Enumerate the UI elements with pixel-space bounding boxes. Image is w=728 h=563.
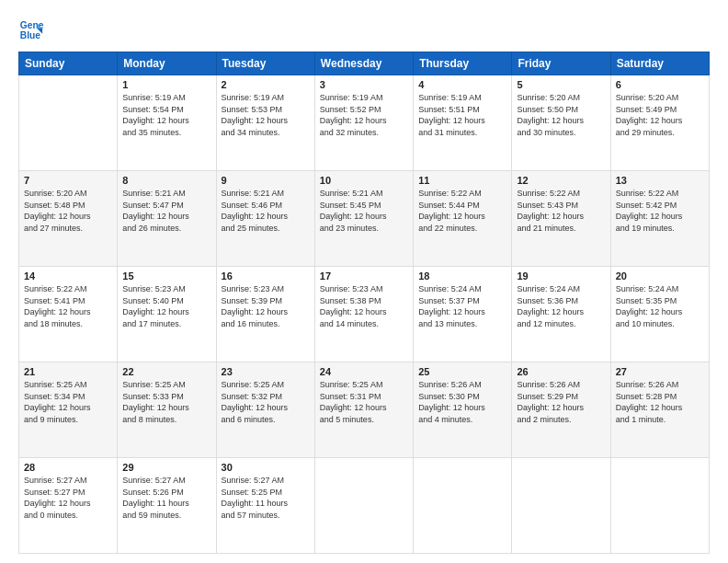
header-wednesday: Wednesday [314, 52, 413, 75]
day-number: 7 [24, 175, 112, 186]
day-number: 29 [122, 462, 210, 473]
calendar-cell [19, 75, 118, 171]
header-sunday: Sunday [19, 52, 118, 75]
calendar-cell: 29Sunrise: 5:27 AM Sunset: 5:26 PM Dayli… [118, 458, 216, 554]
calendar-cell: 22Sunrise: 5:25 AM Sunset: 5:33 PM Dayli… [118, 362, 216, 458]
cell-details: Sunrise: 5:23 AM Sunset: 5:40 PM Dayligh… [122, 283, 210, 329]
calendar-cell: 12Sunrise: 5:22 AM Sunset: 5:43 PM Dayli… [512, 171, 610, 267]
calendar-cell: 28Sunrise: 5:27 AM Sunset: 5:27 PM Dayli… [19, 458, 118, 554]
calendar-cell: 7Sunrise: 5:20 AM Sunset: 5:48 PM Daylig… [19, 171, 118, 267]
day-number: 21 [24, 366, 112, 377]
day-number: 5 [517, 79, 605, 90]
cell-details: Sunrise: 5:25 AM Sunset: 5:33 PM Dayligh… [122, 379, 210, 425]
cell-details: Sunrise: 5:24 AM Sunset: 5:37 PM Dayligh… [418, 283, 506, 329]
cell-details: Sunrise: 5:19 AM Sunset: 5:53 PM Dayligh… [222, 92, 310, 138]
calendar-header-row: SundayMondayTuesdayWednesdayThursdayFrid… [19, 52, 710, 75]
calendar-week-5: 28Sunrise: 5:27 AM Sunset: 5:27 PM Dayli… [19, 458, 710, 554]
day-number: 15 [122, 270, 210, 282]
calendar-cell: 23Sunrise: 5:25 AM Sunset: 5:32 PM Dayli… [216, 362, 314, 458]
day-number: 18 [418, 270, 506, 282]
calendar-table: SundayMondayTuesdayWednesdayThursdayFrid… [18, 52, 710, 554]
cell-details: Sunrise: 5:19 AM Sunset: 5:51 PM Dayligh… [418, 92, 506, 138]
day-number: 9 [222, 175, 310, 186]
day-number: 11 [418, 175, 506, 186]
calendar-cell: 21Sunrise: 5:25 AM Sunset: 5:34 PM Dayli… [19, 362, 118, 458]
calendar-cell: 10Sunrise: 5:21 AM Sunset: 5:45 PM Dayli… [314, 171, 413, 267]
calendar-cell: 1Sunrise: 5:19 AM Sunset: 5:54 PM Daylig… [118, 75, 216, 171]
calendar-cell: 27Sunrise: 5:26 AM Sunset: 5:28 PM Dayli… [610, 362, 709, 458]
day-number: 8 [122, 175, 210, 186]
day-number: 26 [517, 366, 605, 377]
calendar-cell: 4Sunrise: 5:19 AM Sunset: 5:51 PM Daylig… [414, 75, 512, 171]
cell-details: Sunrise: 5:22 AM Sunset: 5:44 PM Dayligh… [418, 188, 506, 234]
cell-details: Sunrise: 5:25 AM Sunset: 5:31 PM Dayligh… [320, 379, 408, 425]
cell-details: Sunrise: 5:23 AM Sunset: 5:38 PM Dayligh… [320, 283, 408, 329]
header-tuesday: Tuesday [216, 52, 314, 75]
cell-details: Sunrise: 5:20 AM Sunset: 5:48 PM Dayligh… [24, 188, 112, 234]
calendar-week-1: 1Sunrise: 5:19 AM Sunset: 5:54 PM Daylig… [19, 75, 710, 171]
calendar-cell [512, 458, 610, 554]
day-number: 14 [24, 270, 112, 282]
day-number: 23 [222, 366, 310, 377]
day-number: 12 [517, 175, 605, 186]
page: General Blue SundayMondayTuesdayWednesda… [0, 0, 728, 563]
cell-details: Sunrise: 5:26 AM Sunset: 5:29 PM Dayligh… [517, 379, 605, 425]
svg-text:Blue: Blue [20, 30, 41, 40]
cell-details: Sunrise: 5:21 AM Sunset: 5:46 PM Dayligh… [222, 188, 310, 234]
cell-details: Sunrise: 5:25 AM Sunset: 5:32 PM Dayligh… [222, 379, 310, 425]
cell-details: Sunrise: 5:26 AM Sunset: 5:30 PM Dayligh… [418, 379, 506, 425]
day-number: 25 [418, 366, 506, 377]
calendar-cell: 3Sunrise: 5:19 AM Sunset: 5:52 PM Daylig… [314, 75, 413, 171]
calendar-cell [610, 458, 709, 554]
day-number: 1 [122, 79, 210, 90]
cell-details: Sunrise: 5:20 AM Sunset: 5:49 PM Dayligh… [616, 92, 704, 138]
logo-icon: General Blue [18, 17, 44, 42]
calendar-cell: 15Sunrise: 5:23 AM Sunset: 5:40 PM Dayli… [118, 267, 216, 362]
header-monday: Monday [118, 52, 216, 75]
header-saturday: Saturday [610, 52, 709, 75]
calendar-cell [414, 458, 512, 554]
header: General Blue [18, 17, 710, 42]
calendar-cell: 13Sunrise: 5:22 AM Sunset: 5:42 PM Dayli… [610, 171, 709, 267]
calendar-cell: 16Sunrise: 5:23 AM Sunset: 5:39 PM Dayli… [216, 267, 314, 362]
cell-details: Sunrise: 5:19 AM Sunset: 5:54 PM Dayligh… [122, 92, 210, 138]
cell-details: Sunrise: 5:25 AM Sunset: 5:34 PM Dayligh… [24, 379, 112, 425]
calendar-week-3: 14Sunrise: 5:22 AM Sunset: 5:41 PM Dayli… [19, 267, 710, 362]
cell-details: Sunrise: 5:24 AM Sunset: 5:36 PM Dayligh… [517, 283, 605, 329]
day-number: 28 [24, 462, 112, 473]
calendar-cell: 5Sunrise: 5:20 AM Sunset: 5:50 PM Daylig… [512, 75, 610, 171]
calendar-week-2: 7Sunrise: 5:20 AM Sunset: 5:48 PM Daylig… [19, 171, 710, 267]
cell-details: Sunrise: 5:20 AM Sunset: 5:50 PM Dayligh… [517, 92, 605, 138]
calendar-cell: 26Sunrise: 5:26 AM Sunset: 5:29 PM Dayli… [512, 362, 610, 458]
day-number: 17 [320, 270, 408, 282]
calendar-cell: 6Sunrise: 5:20 AM Sunset: 5:49 PM Daylig… [610, 75, 709, 171]
cell-details: Sunrise: 5:24 AM Sunset: 5:35 PM Dayligh… [616, 283, 704, 329]
logo: General Blue [18, 17, 44, 42]
calendar-cell [314, 458, 413, 554]
day-number: 4 [418, 79, 506, 90]
day-number: 3 [320, 79, 408, 90]
cell-details: Sunrise: 5:22 AM Sunset: 5:42 PM Dayligh… [616, 188, 704, 234]
cell-details: Sunrise: 5:21 AM Sunset: 5:47 PM Dayligh… [122, 188, 210, 234]
calendar-week-4: 21Sunrise: 5:25 AM Sunset: 5:34 PM Dayli… [19, 362, 710, 458]
cell-details: Sunrise: 5:27 AM Sunset: 5:27 PM Dayligh… [24, 475, 112, 521]
day-number: 20 [616, 270, 704, 282]
day-number: 16 [222, 270, 310, 282]
calendar-cell: 8Sunrise: 5:21 AM Sunset: 5:47 PM Daylig… [118, 171, 216, 267]
day-number: 30 [222, 462, 310, 473]
cell-details: Sunrise: 5:23 AM Sunset: 5:39 PM Dayligh… [222, 283, 310, 329]
calendar-cell: 14Sunrise: 5:22 AM Sunset: 5:41 PM Dayli… [19, 267, 118, 362]
day-number: 13 [616, 175, 704, 186]
calendar-cell: 11Sunrise: 5:22 AM Sunset: 5:44 PM Dayli… [414, 171, 512, 267]
day-number: 2 [222, 79, 310, 90]
calendar-cell: 24Sunrise: 5:25 AM Sunset: 5:31 PM Dayli… [314, 362, 413, 458]
cell-details: Sunrise: 5:21 AM Sunset: 5:45 PM Dayligh… [320, 188, 408, 234]
day-number: 22 [122, 366, 210, 377]
header-friday: Friday [512, 52, 610, 75]
calendar-cell: 2Sunrise: 5:19 AM Sunset: 5:53 PM Daylig… [216, 75, 314, 171]
cell-details: Sunrise: 5:27 AM Sunset: 5:26 PM Dayligh… [122, 475, 210, 521]
day-number: 6 [616, 79, 704, 90]
calendar-cell: 25Sunrise: 5:26 AM Sunset: 5:30 PM Dayli… [414, 362, 512, 458]
day-number: 19 [517, 270, 605, 282]
calendar-cell: 20Sunrise: 5:24 AM Sunset: 5:35 PM Dayli… [610, 267, 709, 362]
